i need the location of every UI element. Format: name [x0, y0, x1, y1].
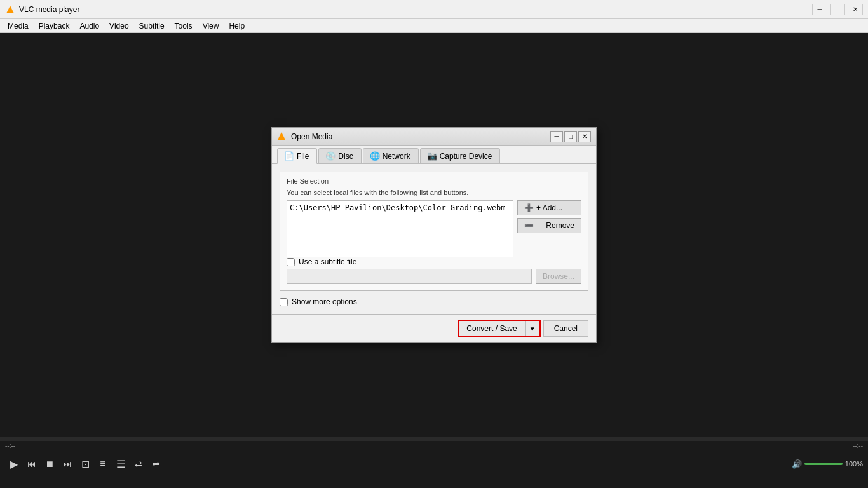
- titlebar: VLC media player ─ □ ✕: [0, 0, 868, 19]
- subtitle-row: Use a subtitle file: [287, 257, 581, 266]
- menu-media[interactable]: Media: [3, 20, 34, 32]
- dialog-footer: Convert / Save ▼ Cancel: [272, 314, 596, 342]
- tab-disc[interactable]: 💿 Disc: [318, 148, 361, 163]
- tab-disc-label: Disc: [338, 152, 353, 161]
- file-buttons: ➕ + Add... ➖ — Remove: [517, 200, 581, 233]
- file-row: ➕ + Add... ➖ — Remove: [287, 200, 581, 257]
- loop-button[interactable]: ⇄: [131, 456, 146, 471]
- main-content: Open Media ─ □ ✕ 📄 File 💿 Disc 🌐 Network: [0, 33, 868, 437]
- dialog-tabs: 📄 File 💿 Disc 🌐 Network 📷 Capture Device: [272, 146, 596, 164]
- subtitle-path-row: Browse...: [287, 269, 581, 284]
- dialog-maximize-button[interactable]: □: [564, 131, 577, 142]
- file-list-area[interactable]: [287, 200, 513, 257]
- close-button[interactable]: ✕: [848, 4, 863, 15]
- tab-capture[interactable]: 📷 Capture Device: [420, 148, 501, 163]
- menu-tools[interactable]: Tools: [170, 20, 198, 32]
- add-button[interactable]: ➕ + Add...: [517, 200, 581, 215]
- menu-help[interactable]: Help: [224, 20, 250, 32]
- file-selection-label: File Selection: [287, 177, 581, 185]
- dialog-close-button[interactable]: ✕: [578, 131, 591, 142]
- volume-fill: [804, 463, 843, 465]
- volume-bar[interactable]: [804, 463, 843, 465]
- menubar: Media Playback Audio Video Subtitle Tool…: [0, 19, 868, 33]
- menu-view[interactable]: View: [198, 20, 224, 32]
- show-more-checkbox[interactable]: [280, 298, 288, 306]
- remove-button-label: — Remove: [536, 221, 574, 230]
- convert-save-button[interactable]: Convert / Save: [459, 321, 525, 336]
- menu-subtitle[interactable]: Subtitle: [134, 20, 170, 32]
- minimize-button[interactable]: ─: [812, 4, 827, 15]
- convert-save-dropdown[interactable]: ▼: [526, 321, 539, 336]
- svg-marker-2: [278, 132, 285, 140]
- shuffle-button[interactable]: ⇌: [149, 456, 164, 471]
- show-more-row: Show more options: [280, 297, 588, 306]
- bottom-bar: --:-- --:-- ▶ ⏮ ⏹ ⏭ ⊡ ≡ ☰ ⇄ ⇌ 🔊 100%: [0, 437, 868, 488]
- menu-video[interactable]: Video: [104, 20, 133, 32]
- subtitle-path-input[interactable]: [287, 269, 532, 284]
- tab-network-label: Network: [383, 152, 410, 161]
- time-right: --:--: [853, 442, 863, 449]
- tab-file-label: File: [297, 152, 309, 161]
- remove-button[interactable]: ➖ — Remove: [517, 218, 581, 233]
- add-icon: ➕: [524, 203, 534, 212]
- window-controls: ─ □ ✕: [812, 4, 863, 15]
- file-selection-group: File Selection You can select local file…: [280, 172, 588, 291]
- svg-rect-1: [8, 11, 12, 13]
- volume-label: 100%: [845, 460, 863, 468]
- stop-button[interactable]: ⏹: [42, 456, 57, 471]
- app-title: VLC media player: [19, 5, 812, 14]
- playlist-button[interactable]: ☰: [113, 456, 128, 471]
- disc-tab-icon: 💿: [325, 151, 336, 161]
- browse-button[interactable]: Browse...: [536, 269, 581, 284]
- vlc-icon: [5, 4, 15, 15]
- dialog-content: File Selection You can select local file…: [272, 164, 596, 314]
- add-button-label: + Add...: [536, 203, 562, 212]
- network-tab-icon: 🌐: [370, 151, 380, 161]
- show-more-label: Show more options: [292, 297, 357, 306]
- dialog-overlay: Open Media ─ □ ✕ 📄 File 💿 Disc 🌐 Network: [0, 33, 868, 437]
- dialog-title: Open Media: [291, 132, 549, 141]
- menu-playback[interactable]: Playback: [34, 20, 75, 32]
- skip-fwd-button[interactable]: ⏭: [60, 456, 75, 471]
- skip-back-button[interactable]: ⏮: [24, 456, 39, 471]
- dialog-minimize-button[interactable]: ─: [550, 131, 563, 142]
- file-selection-desc: You can select local files with the foll…: [287, 189, 581, 196]
- dialog-titlebar: Open Media ─ □ ✕: [272, 128, 596, 146]
- cancel-button[interactable]: Cancel: [543, 320, 588, 337]
- eq-button[interactable]: ≡: [95, 456, 111, 471]
- file-tab-icon: 📄: [284, 151, 294, 161]
- maximize-button[interactable]: □: [830, 4, 845, 15]
- dialog-vlc-icon: [277, 132, 287, 142]
- menu-audio[interactable]: Audio: [74, 20, 104, 32]
- capture-tab-icon: 📷: [427, 151, 437, 161]
- remove-icon: ➖: [524, 221, 534, 230]
- convert-save-group: Convert / Save ▼: [458, 320, 540, 337]
- time-left: --:--: [5, 442, 15, 449]
- volume-icon: 🔊: [792, 459, 802, 469]
- volume-section: 🔊 100%: [792, 459, 863, 469]
- tab-file[interactable]: 📄 File: [277, 148, 317, 164]
- controls-row: ▶ ⏮ ⏹ ⏭ ⊡ ≡ ☰ ⇄ ⇌ 🔊 100%: [0, 451, 868, 477]
- tab-capture-label: Capture Device: [440, 152, 492, 161]
- subtitle-label: Use a subtitle file: [299, 257, 356, 266]
- play-button[interactable]: ▶: [6, 456, 22, 471]
- tab-network[interactable]: 🌐 Network: [363, 148, 419, 163]
- subtitle-checkbox[interactable]: [287, 258, 295, 266]
- open-media-dialog: Open Media ─ □ ✕ 📄 File 💿 Disc 🌐 Network: [271, 127, 597, 343]
- frame-button[interactable]: ⊡: [78, 456, 93, 471]
